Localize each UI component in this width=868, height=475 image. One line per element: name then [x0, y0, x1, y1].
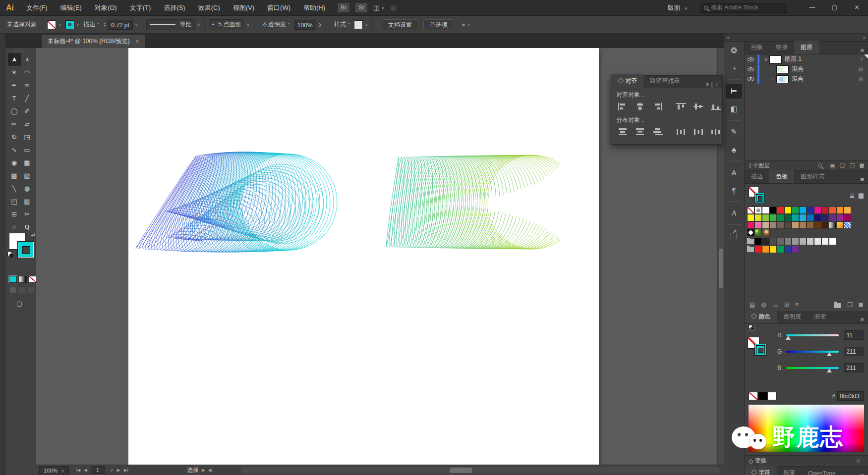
layer-thumbnail[interactable]	[769, 55, 782, 63]
swatch-options-icon[interactable]: ≡	[795, 301, 799, 308]
swatch[interactable]	[762, 207, 769, 214]
swap-fill-stroke-icon[interactable]: ⇄	[31, 232, 35, 237]
scroll-right-icon[interactable]: ▶	[202, 468, 205, 473]
swatch[interactable]	[777, 246, 784, 253]
tab-opentype[interactable]: OpenType	[802, 468, 842, 475]
align-top-button[interactable]	[676, 102, 687, 111]
collapse-icon[interactable]: ◇	[749, 458, 753, 465]
swatch[interactable]	[799, 221, 807, 229]
scale-tool[interactable]: ◳	[21, 130, 34, 143]
menu-help[interactable]: 帮助(H)	[297, 0, 332, 16]
horizontal-scrollbar[interactable]	[241, 467, 720, 474]
swatch[interactable]	[792, 238, 799, 245]
expand-dock-icon[interactable]: «	[727, 35, 730, 40]
tab-stroke[interactable]: 描边	[745, 170, 769, 183]
symbols-panel-icon[interactable]: ♣	[726, 142, 742, 157]
swatch[interactable]	[747, 221, 754, 229]
swatch[interactable]	[792, 246, 799, 253]
graphic-style-swatch[interactable]	[354, 20, 363, 29]
swatch[interactable]	[769, 214, 777, 221]
chevron-down-icon[interactable]: ∨	[197, 22, 200, 27]
horizontal-scrollbar-thumb[interactable]	[450, 468, 472, 473]
artboard-number-dropdown[interactable]: 1	[91, 466, 105, 474]
stroke-weight-input[interactable]: 0.72 pt	[108, 20, 133, 30]
fill-stroke-proxy[interactable]	[748, 337, 767, 357]
tab-align[interactable]: ◇ 对齐	[611, 74, 643, 88]
swatch[interactable]	[821, 214, 829, 221]
swatch[interactable]	[747, 214, 754, 221]
toolbar-collapse-strip[interactable]	[0, 34, 5, 475]
stroke-swatch[interactable]	[65, 20, 74, 29]
swatch[interactable]	[777, 207, 784, 214]
color-button[interactable]	[9, 276, 17, 283]
swatch[interactable]	[762, 238, 769, 245]
distribute-left-button[interactable]	[676, 127, 687, 136]
swatch[interactable]	[777, 221, 784, 229]
minimize-button[interactable]: —	[801, 0, 823, 15]
swatch[interactable]	[829, 214, 836, 221]
draw-normal-icon[interactable]	[10, 287, 16, 293]
swatch[interactable]	[769, 246, 777, 253]
menu-window[interactable]: 窗口(W)	[261, 0, 297, 16]
transform-panel-bar[interactable]: ◇ 变换 ≡	[745, 455, 868, 466]
panel-menu-icon[interactable]: ≡	[860, 47, 868, 54]
swatch[interactable]	[777, 238, 784, 245]
visibility-toggle[interactable]	[745, 64, 757, 74]
black-chip[interactable]	[758, 392, 767, 400]
swatch[interactable]	[784, 221, 792, 229]
transform-label[interactable]: 变换	[755, 457, 767, 465]
layer-row[interactable]: ∨ 图层 1 ○	[745, 54, 868, 64]
b-slider-thumb[interactable]	[827, 369, 832, 372]
tab-gradient[interactable]: 渐变	[808, 310, 832, 323]
layer-target-icon[interactable]: ○	[860, 56, 863, 62]
tab-transparency[interactable]: 透明度	[777, 310, 808, 323]
stock-search-input[interactable]: 搜索 Adobe Stock	[700, 3, 787, 13]
swatch-libraries-icon[interactable]: ▤	[750, 301, 755, 308]
none-chip[interactable]	[749, 392, 758, 400]
tab-character[interactable]: ◇ 字符	[745, 466, 777, 475]
visibility-toggle[interactable]	[745, 54, 757, 64]
g-value-input[interactable]: 211	[844, 347, 864, 356]
chevron-down-icon[interactable]: ∨	[365, 22, 368, 27]
opacity-more-icon[interactable]: ❯	[318, 22, 322, 27]
color-group-folder-icon[interactable]	[747, 247, 754, 252]
layer-target-icon[interactable]: ◎	[859, 66, 863, 72]
tab-pathfinder[interactable]: 路径查找器	[643, 74, 686, 88]
width-profile-dropdown[interactable]: 等比	[146, 19, 195, 30]
swatch[interactable]	[829, 238, 836, 245]
none-button[interactable]	[29, 276, 37, 283]
clip-mask-icon[interactable]: ▣	[830, 162, 835, 169]
color-group-folder-icon[interactable]	[747, 239, 754, 244]
menu-type[interactable]: 文字(T)	[123, 0, 158, 16]
export-panel-icon[interactable]	[726, 228, 742, 243]
ellipse-tool[interactable]: ◯	[8, 105, 21, 117]
align-v-center-button[interactable]	[693, 102, 704, 111]
distribute-top-button[interactable]	[617, 127, 628, 136]
prev-artboard-icon[interactable]: ◀	[84, 468, 87, 473]
swatch-pattern-blue[interactable]	[844, 221, 851, 229]
brushes-panel-icon[interactable]: ✎	[726, 124, 742, 139]
selection-tool[interactable]: ➤	[8, 53, 21, 66]
swatch[interactable]	[807, 207, 814, 214]
workspace-switcher[interactable]: 版面 ∨	[668, 3, 688, 12]
locate-object-icon[interactable]	[818, 163, 822, 167]
swatch[interactable]	[754, 221, 762, 229]
list-view-icon[interactable]: ≣	[850, 192, 855, 199]
b-value-input[interactable]: 211	[844, 363, 864, 372]
swatch[interactable]	[807, 221, 814, 229]
eraser-tool[interactable]: ▱	[21, 117, 34, 130]
first-artboard-icon[interactable]: |◀	[76, 468, 80, 473]
curvature-tool[interactable]: ✑	[21, 79, 34, 92]
color-guide-icon[interactable]: ❂	[726, 43, 742, 58]
swatch[interactable]	[814, 214, 821, 221]
document-setup-button[interactable]: 文档设置	[382, 19, 418, 30]
magic-wand-tool[interactable]: ✶	[8, 66, 21, 79]
swatch-gradient-gold[interactable]	[836, 221, 844, 229]
swatch-pattern-rocks[interactable]	[762, 229, 769, 236]
g-slider-thumb[interactable]	[827, 352, 832, 356]
stroke-color-well[interactable]	[17, 241, 34, 258]
collapse-dock-icon[interactable]: »	[863, 35, 866, 40]
layer-name[interactable]: 混合	[792, 75, 804, 83]
swatch[interactable]	[807, 238, 814, 245]
tab-swatches[interactable]: 色板	[769, 170, 794, 183]
